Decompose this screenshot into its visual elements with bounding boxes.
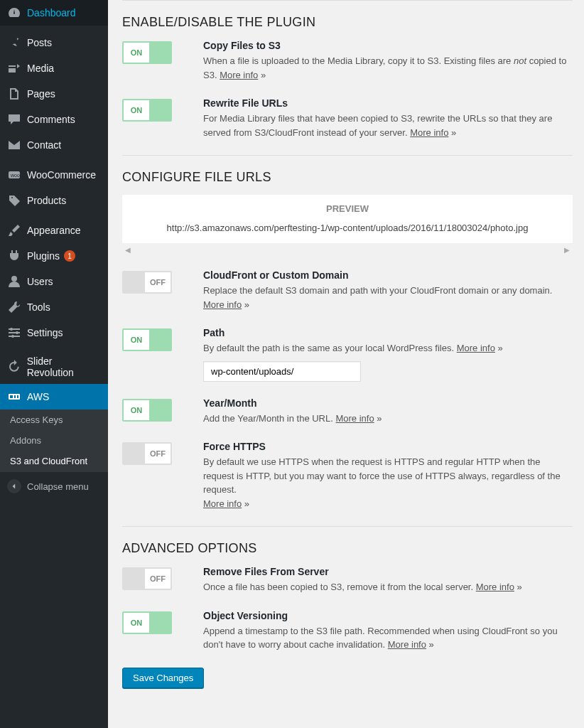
svg-point-5	[11, 335, 14, 338]
more-info-link[interactable]: More info	[203, 498, 242, 509]
sidebar-item-pages[interactable]: Pages	[0, 81, 108, 107]
toggle-force-https[interactable]: OFF	[122, 442, 172, 465]
preview-label: PREVIEW	[122, 195, 573, 223]
svg-point-3	[10, 328, 13, 331]
toggle-copy-files[interactable]: ON	[122, 41, 172, 64]
more-info-link[interactable]: More info	[410, 127, 448, 138]
sidebar-item-plugins[interactable]: Plugins1	[0, 243, 108, 269]
pin-icon	[7, 36, 21, 50]
reload-icon	[7, 360, 21, 374]
toggle-path[interactable]: ON	[122, 328, 172, 351]
option-title: Path	[203, 327, 573, 338]
sidebar-item-label: Products	[27, 195, 66, 206]
toggle-knob: OFF	[145, 444, 171, 464]
more-info-link[interactable]: More info	[335, 413, 374, 424]
toggle-knob: ON	[124, 613, 149, 633]
sidebar-item-users[interactable]: Users	[0, 269, 108, 294]
sidebar-item-settings[interactable]: Settings	[0, 320, 108, 346]
sidebar-item-media[interactable]: Media	[0, 55, 108, 81]
admin-sidebar: Dashboard Posts Media Pages Comments Con…	[0, 0, 108, 728]
submenu-label: Addons	[10, 435, 41, 446]
option-title: Copy Files to S3	[203, 40, 573, 51]
option-description: Replace the default S3 domain and path w…	[203, 284, 573, 311]
preview-next-icon[interactable]: ▶	[564, 246, 570, 254]
mail-icon	[7, 138, 21, 152]
toggle-remove-files[interactable]: OFF	[122, 567, 172, 590]
option-title: Remove Files From Server	[203, 566, 573, 577]
sidebar-item-tools[interactable]: Tools	[0, 294, 108, 320]
wrench-icon	[7, 300, 21, 314]
option-description: When a file is uploaded to the Media Lib…	[203, 54, 573, 82]
sidebar-item-dashboard[interactable]: Dashboard	[0, 0, 108, 26]
sidebar-item-comments[interactable]: Comments	[0, 107, 108, 132]
sidebar-item-label: Tools	[27, 301, 50, 313]
user-icon	[7, 274, 21, 289]
brush-icon	[7, 223, 21, 237]
sidebar-item-aws[interactable]: AWS	[0, 384, 108, 410]
more-info-link[interactable]: More info	[388, 639, 426, 650]
main-content: ENABLE/DISABLE THE PLUGIN ON Copy Files …	[108, 0, 584, 728]
option-title: Year/Month	[203, 397, 573, 409]
collapse-label: Collapse menu	[27, 481, 89, 492]
submenu-access-keys[interactable]: Access Keys	[0, 410, 108, 430]
more-info-link[interactable]: More info	[476, 582, 514, 592]
toggle-knob: ON	[124, 43, 149, 63]
submenu-label: S3 and CloudFront	[10, 456, 87, 466]
pages-icon	[7, 87, 21, 101]
svg-rect-9	[17, 395, 18, 398]
preview-url: http://s3.amazonaws.com/perftesting-1/wp…	[122, 223, 573, 243]
submenu-addons[interactable]: Addons	[0, 430, 108, 451]
more-info-link[interactable]: More info	[220, 70, 258, 80]
sidebar-item-label: Posts	[27, 37, 52, 48]
sidebar-item-woocommerce[interactable]: wooWooCommerce	[0, 158, 108, 188]
toggle-knob: ON	[124, 400, 149, 420]
tag-icon	[7, 193, 21, 208]
option-title: Force HTTPS	[203, 441, 573, 452]
sidebar-item-label: AWS	[27, 391, 49, 402]
sidebar-item-appearance[interactable]: Appearance	[0, 213, 108, 243]
option-description: Once a file has been copied to S3, remov…	[203, 580, 573, 594]
sidebar-item-label: Contact	[27, 139, 61, 151]
option-description: By default the path is the same as your …	[203, 341, 573, 355]
toggle-knob: OFF	[145, 272, 171, 292]
save-button[interactable]: Save Changes	[122, 668, 204, 688]
aws-submenu: Access Keys Addons S3 and CloudFront	[0, 410, 108, 471]
more-info-link[interactable]: More info	[457, 343, 495, 353]
option-description: Append a timestamp to the S3 file path. …	[203, 624, 573, 652]
path-input[interactable]	[203, 361, 361, 382]
url-preview-box: PREVIEW http://s3.amazonaws.com/perftest…	[122, 195, 573, 243]
collapse-menu[interactable]: Collapse menu	[0, 471, 108, 500]
sidebar-item-label: Settings	[27, 327, 63, 338]
comment-icon	[7, 112, 21, 127]
option-title: Object Versioning	[203, 610, 573, 621]
section-configure-title: CONFIGURE FILE URLS	[122, 170, 573, 185]
toggle-object-versioning[interactable]: ON	[122, 611, 172, 634]
svg-text:woo: woo	[10, 173, 20, 178]
sidebar-item-slider-revolution[interactable]: Slider Revolution	[0, 346, 108, 384]
toggle-knob: ON	[124, 330, 149, 350]
toggle-knob: ON	[124, 100, 149, 120]
sidebar-item-products[interactable]: Products	[0, 188, 108, 213]
option-description: For Media Library files that have been c…	[203, 112, 573, 139]
aws-icon	[7, 390, 21, 404]
woo-icon: woo	[7, 168, 21, 182]
sidebar-item-posts[interactable]: Posts	[0, 26, 108, 55]
more-info-link[interactable]: More info	[203, 299, 242, 310]
option-title: Rewrite File URLs	[203, 97, 573, 109]
sidebar-item-label: WooCommerce	[27, 169, 96, 181]
section-enable-title: ENABLE/DISABLE THE PLUGIN	[122, 15, 573, 30]
svg-rect-7	[10, 395, 13, 398]
svg-rect-8	[14, 395, 16, 398]
sliders-icon	[7, 326, 21, 340]
option-title: CloudFront or Custom Domain	[203, 269, 573, 281]
preview-prev-icon[interactable]: ◀	[125, 246, 131, 254]
sidebar-item-label: Media	[27, 63, 54, 74]
toggle-cloudfront[interactable]: OFF	[122, 271, 172, 294]
sidebar-item-contact[interactable]: Contact	[0, 132, 108, 158]
sidebar-item-label: Dashboard	[27, 7, 76, 18]
sidebar-item-label: Slider Revolution	[27, 355, 101, 378]
toggle-yearmonth[interactable]: ON	[122, 399, 172, 422]
toggle-rewrite-urls[interactable]: ON	[122, 99, 172, 122]
sidebar-item-label: Plugins	[27, 250, 60, 262]
submenu-s3-cloudfront[interactable]: S3 and CloudFront	[0, 451, 108, 471]
